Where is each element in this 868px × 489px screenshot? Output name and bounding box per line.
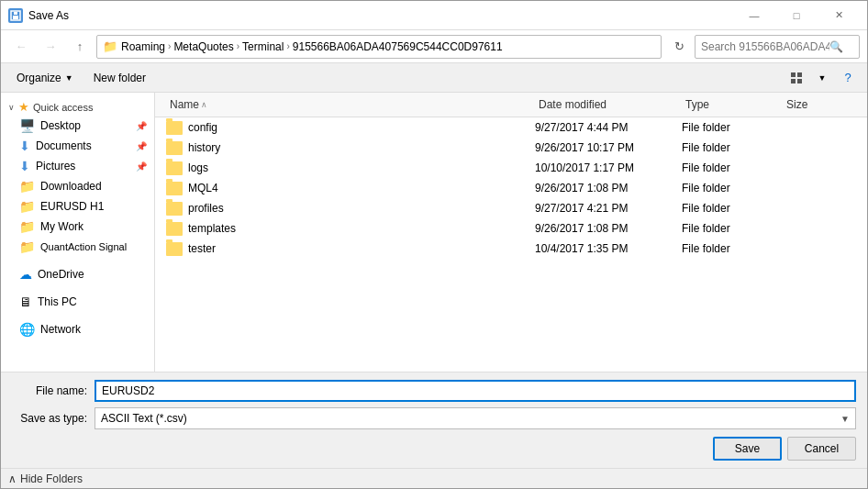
view-toggle-button[interactable] xyxy=(785,67,808,89)
quick-access-header[interactable]: ∨ ★ Quick access xyxy=(1,96,154,116)
table-row[interactable]: profiles 9/27/2017 4:21 PM File folder xyxy=(155,198,867,218)
action-bar: Organize ▼ New folder ▼ ? xyxy=(1,63,867,93)
form-buttons: Save Cancel xyxy=(12,435,856,461)
file-name-cell: history xyxy=(166,141,535,155)
file-name: config xyxy=(188,121,217,134)
file-date-modified: 9/27/2017 4:21 PM xyxy=(535,202,682,215)
file-name-cell: templates xyxy=(166,222,535,236)
quick-access-star-icon: ★ xyxy=(18,100,29,114)
onedrive-icon: ☁ xyxy=(19,267,32,282)
col-header-type[interactable]: Type xyxy=(682,96,783,113)
file-type: File folder xyxy=(682,242,783,255)
hide-folders-bar[interactable]: ∧ Hide Folders xyxy=(1,468,867,488)
folder-icon xyxy=(166,242,183,256)
breadcrumb-roaming[interactable]: Roaming xyxy=(121,40,165,53)
thispc-icon: 🖥 xyxy=(19,295,32,309)
breadcrumb-id[interactable]: 915566BA06ADA407569C544CC0D97611 xyxy=(293,40,503,53)
sidebar-item-thispc-label: This PC xyxy=(38,295,77,308)
sidebar-item-downloaded[interactable]: 📁 Downloaded xyxy=(1,176,154,196)
sidebar-item-eurusd-label: EURUSD H1 xyxy=(40,200,104,213)
save-button[interactable]: Save xyxy=(713,437,782,461)
sidebar-item-documents[interactable]: ⬇ Documents 📌 xyxy=(1,136,154,156)
sidebar-item-desktop-label: Desktop xyxy=(40,119,81,132)
file-date-modified: 9/26/2017 10:17 PM xyxy=(535,141,682,154)
table-row[interactable]: logs 10/10/2017 1:17 PM File folder xyxy=(155,158,867,178)
window-controls: — □ ✕ xyxy=(733,1,860,30)
file-list-header: Name ∧ Date modified Type Size xyxy=(155,93,867,117)
search-box: 🔍 xyxy=(695,35,860,59)
search-input[interactable] xyxy=(701,40,829,53)
folder-icon xyxy=(166,202,183,216)
sidebar-item-onedrive[interactable]: ☁ OneDrive xyxy=(1,264,154,284)
savetype-dropdown-icon: ▼ xyxy=(840,414,850,424)
breadcrumb-metaquotes[interactable]: MetaQuotes xyxy=(173,40,233,53)
sidebar-item-quantaction-label: QuantAction Signal xyxy=(40,241,127,252)
col-header-date[interactable]: Date modified xyxy=(535,96,682,113)
file-rows-container: config 9/27/2017 4:44 PM File folder his… xyxy=(155,117,867,259)
file-list-area: Name ∧ Date modified Type Size config 9/… xyxy=(155,93,867,372)
help-button[interactable]: ? xyxy=(836,67,860,89)
back-button[interactable]: ← xyxy=(8,35,34,59)
downloaded-icon: 📁 xyxy=(19,179,35,194)
minimize-button[interactable]: — xyxy=(733,1,775,30)
sidebar-item-mywork[interactable]: 📁 My Work xyxy=(1,217,154,237)
table-row[interactable]: tester 10/4/2017 1:35 PM File folder xyxy=(155,239,867,259)
col-header-name[interactable]: Name ∧ xyxy=(166,96,535,113)
new-folder-label: New folder xyxy=(94,72,146,84)
filename-input[interactable] xyxy=(95,380,856,402)
view-dropdown-button[interactable]: ▼ xyxy=(810,67,834,89)
navigation-toolbar: ← → ↑ 📁 Roaming › MetaQuotes › Terminal … xyxy=(1,30,867,63)
close-button[interactable]: ✕ xyxy=(818,1,860,30)
desktop-pin-icon: 📌 xyxy=(136,121,147,131)
folder-icon xyxy=(166,121,183,135)
table-row[interactable]: MQL4 9/26/2017 1:08 PM File folder xyxy=(155,178,867,198)
maximize-button[interactable]: □ xyxy=(775,1,818,30)
documents-pin-icon: 📌 xyxy=(136,141,147,151)
table-row[interactable]: templates 9/26/2017 1:08 PM File folder xyxy=(155,218,867,239)
file-name: logs xyxy=(188,161,208,174)
sidebar-item-desktop[interactable]: 🖥️ Desktop 📌 xyxy=(1,116,154,136)
breadcrumb-terminal[interactable]: Terminal xyxy=(242,40,284,53)
bottom-area: File name: Save as type: ASCII Text (*.c… xyxy=(1,372,867,468)
sidebar-item-pictures[interactable]: ⬇ Pictures 📌 xyxy=(1,156,154,176)
file-name: templates xyxy=(188,222,236,235)
sidebar-item-thispc[interactable]: 🖥 This PC xyxy=(1,292,154,312)
file-type: File folder xyxy=(682,222,783,235)
svg-rect-6 xyxy=(797,79,802,83)
sidebar-item-quantaction[interactable]: 📁 QuantAction Signal xyxy=(1,237,154,257)
table-row[interactable]: config 9/27/2017 4:44 PM File folder xyxy=(155,117,867,138)
col-header-size[interactable]: Size xyxy=(783,96,856,113)
main-content: ∨ ★ Quick access 🖥️ Desktop 📌 ⬇ Document… xyxy=(1,93,867,372)
svg-rect-3 xyxy=(791,72,796,77)
hide-folders-chevron: ∧ xyxy=(8,472,17,485)
network-icon: 🌐 xyxy=(19,322,35,337)
quick-access-label: Quick access xyxy=(33,102,93,113)
file-name: history xyxy=(188,141,220,154)
sidebar-item-network[interactable]: 🌐 Network xyxy=(1,319,154,339)
refresh-button[interactable]: ↻ xyxy=(667,35,691,59)
file-name-cell: profiles xyxy=(166,202,535,216)
file-type: File folder xyxy=(682,121,783,134)
svg-rect-2 xyxy=(14,12,17,15)
file-name: MQL4 xyxy=(188,182,218,194)
eurusd-icon: 📁 xyxy=(19,199,35,214)
breadcrumb-bar: 📁 Roaming › MetaQuotes › Terminal › 9155… xyxy=(96,35,662,59)
new-folder-button[interactable]: New folder xyxy=(85,67,154,89)
file-type: File folder xyxy=(682,182,783,194)
organize-button[interactable]: Organize ▼ xyxy=(8,67,82,89)
file-name-cell: tester xyxy=(166,242,535,256)
table-row[interactable]: history 9/26/2017 10:17 PM File folder xyxy=(155,138,867,158)
savetype-row: Save as type: ASCII Text (*.csv) ▼ xyxy=(12,407,856,429)
up-button[interactable]: ↑ xyxy=(67,35,93,59)
sidebar-item-pictures-label: Pictures xyxy=(36,160,75,172)
file-type: File folder xyxy=(682,202,783,215)
file-date-modified: 9/27/2017 4:44 PM xyxy=(535,121,682,134)
hide-folders-label: Hide Folders xyxy=(20,472,83,485)
breadcrumb-folder-icon: 📁 xyxy=(103,39,117,53)
forward-button[interactable]: → xyxy=(38,35,63,59)
cancel-button[interactable]: Cancel xyxy=(787,437,856,461)
save-as-dialog: Save As — □ ✕ ← → ↑ 📁 Roaming › MetaQuot… xyxy=(0,0,868,489)
sidebar-item-eurusd[interactable]: 📁 EURUSD H1 xyxy=(1,196,154,217)
sidebar-item-downloaded-label: Downloaded xyxy=(40,180,102,193)
savetype-select[interactable]: ASCII Text (*.csv) ▼ xyxy=(95,407,856,429)
